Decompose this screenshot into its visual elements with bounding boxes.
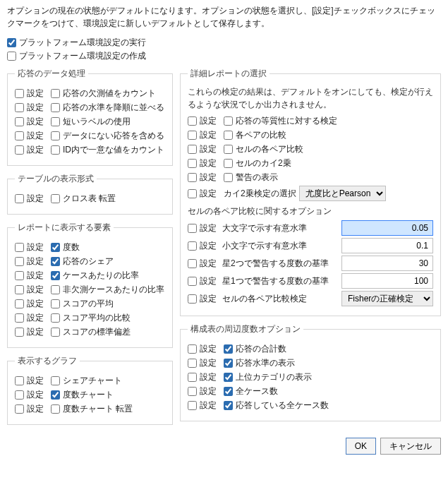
chi-select[interactable]: 尤度比とPearson (299, 186, 386, 201)
group-data-title: 応答のデータ処理 (15, 68, 88, 80)
detail-option-checkbox[interactable] (224, 159, 233, 168)
data-option-checkbox[interactable] (51, 117, 60, 126)
data-set-checkbox[interactable] (15, 131, 24, 140)
ok-button[interactable]: OK (346, 438, 376, 455)
data-set-checkbox[interactable] (15, 117, 24, 126)
group-graphs: 表示するグラフ 設定シェアチャート設定度数チャート設定度数チャート 転置 (7, 355, 173, 425)
pair-test-set-checkbox[interactable] (188, 294, 197, 304)
report-set-checkbox[interactable] (15, 243, 24, 252)
report-option-checkbox[interactable] (51, 271, 60, 280)
value-input[interactable] (341, 256, 433, 271)
report-row: 設定ケースあたりの比率 (15, 270, 165, 282)
report-set-checkbox[interactable] (15, 257, 24, 266)
margin-row: 設定上位カテゴリの表示 (188, 371, 433, 383)
report-option-label: 度数 (63, 241, 80, 253)
detail-set-label: 設定 (200, 172, 217, 184)
margin-option-checkbox[interactable] (224, 387, 233, 396)
data-option-checkbox[interactable] (51, 89, 60, 98)
detail-set-checkbox[interactable] (188, 131, 197, 140)
report-option-checkbox[interactable] (51, 243, 60, 252)
report-row: 設定スコア平均の比較 (15, 312, 165, 324)
data-set-checkbox[interactable] (15, 89, 24, 98)
data-option-checkbox[interactable] (51, 145, 60, 155)
margin-set-checkbox[interactable] (188, 373, 197, 382)
data-row: 設定短いラベルの使用 (15, 116, 165, 128)
chi-select-row: 設定 カイ2乗検定の選択 尤度比とPearson (188, 186, 433, 201)
intro-text: オプションの現在の状態がデフォルトになります。オプションの状態を選択し、[設定]… (7, 4, 441, 30)
data-set-checkbox[interactable] (15, 145, 24, 155)
detail-set-label: 設定 (200, 129, 217, 141)
margin-option-checkbox[interactable] (224, 373, 233, 382)
detail-row: 設定応答の等質性に対する検定 (188, 115, 433, 127)
detail-option-label: セルの各ペア比較 (236, 143, 303, 155)
run-platform-checkbox[interactable] (7, 38, 16, 47)
report-set-label: 設定 (27, 326, 44, 338)
value-input[interactable] (341, 273, 433, 289)
data-row: 設定応答の水準を降順に並べる (15, 102, 165, 114)
detail-option-checkbox[interactable] (224, 131, 233, 140)
report-option-label: スコアの標準偏差 (63, 326, 131, 338)
report-option-checkbox[interactable] (51, 313, 60, 323)
graph-option-checkbox[interactable] (51, 376, 60, 385)
data-set-checkbox[interactable] (15, 103, 24, 112)
graph-set-checkbox[interactable] (15, 390, 24, 400)
detail-set-checkbox[interactable] (188, 159, 197, 168)
report-option-checkbox[interactable] (51, 299, 60, 308)
value-input[interactable] (341, 220, 433, 236)
margin-option-checkbox[interactable] (224, 359, 233, 368)
margin-set-checkbox[interactable] (188, 387, 197, 396)
detail-option-label: 各ペアの比較 (236, 129, 286, 141)
pair-test-select[interactable]: Fisherの正確検定 (341, 291, 433, 306)
detail-option-checkbox[interactable] (224, 116, 233, 126)
margin-option-label: 上位カテゴリの表示 (236, 371, 312, 383)
graph-set-checkbox[interactable] (15, 376, 24, 385)
table-option-checkbox[interactable] (51, 194, 60, 203)
value-set-checkbox[interactable] (188, 241, 197, 251)
report-option-checkbox[interactable] (51, 285, 60, 294)
detail-set-checkbox[interactable] (188, 145, 197, 154)
margin-option-checkbox[interactable] (224, 344, 233, 354)
margin-set-checkbox[interactable] (188, 344, 197, 354)
value-label: 星1つで警告する度数の基準 (222, 275, 329, 287)
graph-row: 設定シェアチャート (15, 375, 165, 387)
graph-set-checkbox[interactable] (15, 404, 24, 414)
detail-option-checkbox[interactable] (224, 145, 233, 154)
data-option-checkbox[interactable] (51, 131, 60, 140)
graph-option-checkbox[interactable] (51, 404, 60, 414)
value-set-checkbox[interactable] (188, 259, 197, 268)
report-set-checkbox[interactable] (15, 271, 24, 280)
cancel-button[interactable]: キャンセル (380, 438, 441, 455)
detail-set-checkbox[interactable] (188, 173, 197, 182)
report-option-label: 非欠測ケースあたりの比率 (63, 284, 164, 296)
detail-option-label: 警告の表示 (236, 172, 278, 184)
value-set-checkbox[interactable] (188, 224, 197, 233)
report-option-label: スコア平均の比較 (63, 312, 131, 324)
report-option-checkbox[interactable] (51, 328, 60, 337)
group-margin-title: 構成表の周辺度数オプション (188, 323, 303, 335)
pair-options-header: セルの各ペア比較に関するオプション (188, 205, 433, 217)
detail-set-checkbox[interactable] (188, 116, 197, 126)
report-set-checkbox[interactable] (15, 285, 24, 294)
table-set-checkbox[interactable] (15, 194, 24, 203)
detail-option-checkbox[interactable] (224, 173, 233, 182)
margin-set-checkbox[interactable] (188, 359, 197, 368)
value-set-checkbox[interactable] (188, 277, 197, 286)
report-set-checkbox[interactable] (15, 299, 24, 308)
margin-set-checkbox[interactable] (188, 401, 197, 410)
report-option-checkbox[interactable] (51, 257, 60, 266)
report-set-checkbox[interactable] (15, 328, 24, 337)
report-set-checkbox[interactable] (15, 313, 24, 323)
data-option-checkbox[interactable] (51, 103, 60, 112)
report-row: 設定応答のシェア (15, 256, 165, 268)
margin-option-checkbox[interactable] (224, 401, 233, 410)
value-row: 設定大文字で示す有意水準 (188, 220, 433, 236)
value-input[interactable] (341, 238, 433, 253)
table-row: 設定クロス表 転置 (15, 193, 165, 205)
report-option-label: ケースあたりの比率 (63, 270, 139, 282)
create-platform-checkbox[interactable] (7, 52, 16, 61)
value-set-label: 設定 (200, 222, 217, 234)
data-option-label: 応答の欠測値をカウント (63, 88, 156, 100)
chi-set-checkbox[interactable] (188, 189, 197, 198)
graph-option-checkbox[interactable] (51, 390, 60, 400)
margin-option-label: 応答水準の表示 (236, 357, 295, 369)
